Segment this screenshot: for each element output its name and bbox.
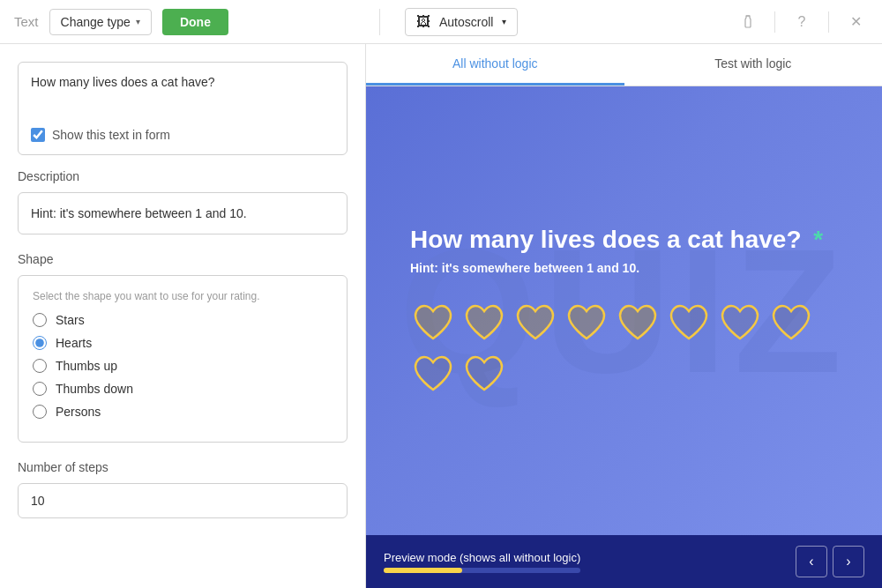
heart-icon-9[interactable] [410, 351, 456, 397]
shape-radio-stars[interactable] [33, 313, 47, 327]
preview-content: How many lives does a cat have? * Hint: … [366, 190, 882, 432]
main-layout: How many lives does a cat have? Show thi… [0, 44, 882, 588]
heart-icon-5[interactable] [615, 300, 661, 346]
next-arrow-icon: › [846, 554, 850, 569]
autoscroll-label: Autoscroll [439, 15, 493, 29]
description-input[interactable] [31, 206, 334, 220]
steps-label: Number of steps [18, 460, 348, 474]
prev-button[interactable]: ‹ [796, 546, 827, 577]
shape-option-persons[interactable]: Persons [33, 405, 333, 419]
shape-radio-persons[interactable] [33, 405, 47, 419]
bottle-icon-button[interactable] [736, 10, 760, 34]
preview-bottom-bar: Preview mode (shows all without logic) ‹… [366, 535, 882, 588]
shape-label-stars: Stars [56, 313, 85, 327]
question-icon: ? [798, 14, 806, 30]
shape-label-hearts: Hearts [56, 336, 92, 350]
top-bar-icons: ? ✕ [736, 10, 868, 34]
close-icon-button[interactable]: ✕ [843, 10, 868, 34]
nav-buttons: ‹ › [796, 546, 864, 577]
shape-radio-thumbs-up[interactable] [33, 359, 47, 373]
top-bar-left: Text Change type ▾ Done [14, 9, 380, 35]
preview-mode-label: Preview mode (shows all without logic) [384, 551, 580, 564]
shape-section-label: Shape [18, 252, 348, 266]
show-text-row: Show this text in form [31, 128, 334, 142]
shape-label-thumbs-down: Thumbs down [56, 382, 133, 396]
preview-question: How many lives does a cat have? * [410, 226, 838, 254]
preview-question-text: How many lives does a cat have? [410, 226, 802, 253]
shape-radio-thumbs-down[interactable] [33, 382, 47, 396]
autoscroll-icon: 🖼 [416, 14, 430, 30]
shape-label-persons: Persons [56, 405, 101, 419]
tab-test-with-logic[interactable]: Test with logic [624, 44, 883, 86]
prev-arrow-icon: ‹ [809, 554, 813, 569]
show-text-checkbox[interactable] [31, 128, 45, 142]
question-textarea[interactable]: How many lives does a cat have? [31, 75, 334, 117]
next-button[interactable]: › [833, 546, 864, 577]
top-bar: Text Change type ▾ Done 🖼 Autoscroll ▾ ? [0, 0, 882, 44]
done-button[interactable]: Done [162, 9, 228, 35]
chevron-down-icon: ▾ [136, 17, 140, 26]
heart-icon-1[interactable] [410, 300, 456, 346]
autoscroll-button[interactable]: 🖼 Autoscroll ▾ [405, 8, 518, 36]
shape-section: Select the shape you want to use for you… [18, 275, 348, 443]
description-box [18, 192, 348, 234]
preview-area: QUIZ How many lives does a cat have? * H… [366, 86, 882, 535]
question-box: How many lives does a cat have? Show thi… [18, 62, 348, 155]
heart-icon-4[interactable] [564, 300, 609, 346]
autoscroll-chevron-icon: ▾ [502, 17, 506, 26]
show-text-label[interactable]: Show this text in form [52, 128, 170, 142]
change-type-button[interactable]: Change type ▾ [49, 9, 152, 35]
steps-input-box [18, 483, 348, 518]
left-panel: How many lives does a cat have? Show thi… [0, 44, 366, 588]
heart-icon-2[interactable] [461, 300, 507, 346]
top-bar-right: 🖼 Autoscroll ▾ ? ✕ [391, 8, 868, 36]
top-bar-text-label: Text [14, 14, 39, 29]
progress-bar-fill [384, 568, 462, 573]
icon-divider [774, 11, 775, 33]
preview-hint: Hint: it's somewhere between 1 and 10. [410, 261, 838, 275]
right-panel: All without logic Test with logic QUIZ H… [366, 44, 882, 588]
close-icon: ✕ [850, 13, 862, 30]
preview-asterisk: * [813, 226, 823, 253]
shape-option-stars[interactable]: Stars [33, 313, 333, 327]
tabs-bar: All without logic Test with logic [366, 44, 882, 86]
heart-icon-6[interactable] [666, 300, 712, 346]
progress-bar-bg [384, 568, 580, 573]
shape-option-hearts[interactable]: Hearts [33, 336, 333, 350]
steps-input[interactable] [31, 494, 334, 508]
tab-all-without-logic[interactable]: All without logic [366, 44, 624, 86]
shape-option-thumbs-up[interactable]: Thumbs up [33, 359, 333, 373]
shape-hint: Select the shape you want to use for you… [33, 290, 333, 302]
heart-icon-10[interactable] [461, 351, 507, 397]
description-section-label: Description [18, 169, 348, 183]
heart-icon-8[interactable] [768, 300, 814, 346]
shape-option-thumbs-down[interactable]: Thumbs down [33, 382, 333, 396]
hearts-row [410, 300, 838, 397]
heart-icon-3[interactable] [512, 300, 558, 346]
icon-divider-2 [828, 11, 829, 33]
shape-label-thumbs-up: Thumbs up [56, 359, 117, 373]
help-icon-button[interactable]: ? [789, 10, 814, 34]
preview-mode-text: Preview mode (shows all without logic) [384, 551, 580, 573]
change-type-label: Change type [61, 15, 131, 29]
shape-radio-hearts[interactable] [33, 336, 47, 350]
heart-icon-7[interactable] [717, 300, 763, 346]
